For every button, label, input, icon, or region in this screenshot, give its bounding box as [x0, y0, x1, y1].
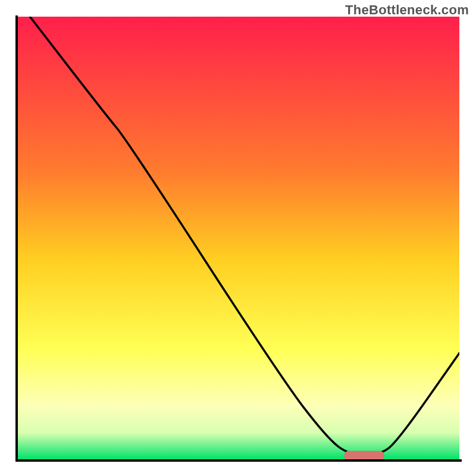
trough-marker [345, 451, 384, 459]
x-axis [15, 459, 462, 462]
plot-area [17, 17, 459, 459]
gradient-fill [17, 17, 459, 459]
plot-svg [17, 17, 459, 459]
y-axis [15, 15, 18, 462]
watermark-text: TheBottleneck.com [345, 2, 469, 18]
chart-container: TheBottleneck.com [0, 0, 476, 476]
